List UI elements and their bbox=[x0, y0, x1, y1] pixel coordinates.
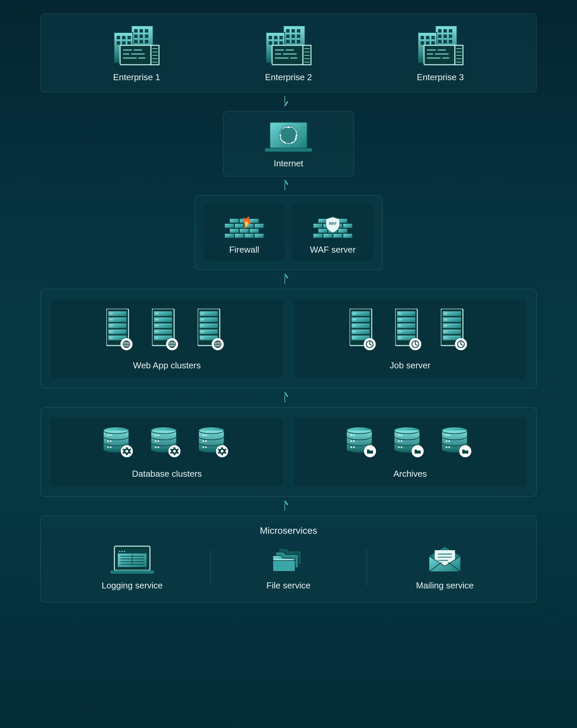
database-clusters-label: Database clusters bbox=[132, 469, 202, 479]
job-server-icon bbox=[441, 309, 471, 352]
internet-panel: Internet bbox=[223, 111, 354, 177]
enterprise-icon bbox=[108, 26, 165, 66]
archives-label: Archives bbox=[393, 469, 427, 479]
firewall-label: Firewall bbox=[229, 244, 259, 255]
archive-db-icon bbox=[346, 427, 379, 461]
web-server-icon bbox=[152, 309, 182, 352]
waf-label: WAF server bbox=[310, 244, 356, 255]
internet-laptop-globe-icon bbox=[265, 120, 312, 152]
enterprise-icon bbox=[260, 26, 317, 66]
file-folders-icon bbox=[270, 545, 307, 575]
microservices-title: Microservices bbox=[260, 525, 317, 536]
arrow-up-icon bbox=[285, 500, 292, 512]
waf-node: WAF server bbox=[292, 204, 373, 261]
enterprise-3: Enterprise 3 bbox=[412, 26, 469, 82]
archive-db-icon bbox=[442, 427, 474, 461]
arrow-up-icon bbox=[285, 274, 292, 285]
mailing-label: Mailing service bbox=[416, 580, 474, 591]
logging-label: Logging service bbox=[102, 580, 163, 591]
logging-service: Logging service bbox=[54, 545, 210, 591]
arrow-security-to-internet bbox=[285, 177, 292, 195]
enterprise-1-label: Enterprise 1 bbox=[113, 72, 160, 82]
internet-label: Internet bbox=[274, 158, 303, 169]
mailing-service: Mailing service bbox=[367, 545, 523, 591]
app-tier-panel: Web App clusters Job server bbox=[40, 289, 537, 389]
enterprise-2: Enterprise 2 bbox=[260, 26, 317, 82]
job-server-icon bbox=[395, 309, 425, 352]
firewall-node: Firewall bbox=[204, 204, 285, 261]
file-service: File service bbox=[210, 545, 367, 591]
database-icon bbox=[151, 427, 183, 461]
firewall-icon bbox=[224, 212, 264, 240]
job-server: Job server bbox=[294, 299, 526, 378]
job-server-icon bbox=[349, 309, 380, 352]
database-clusters: Database clusters bbox=[51, 418, 283, 487]
web-app-clusters: Web App clusters bbox=[51, 299, 283, 378]
db-tier-panel: Database clusters Archives bbox=[40, 407, 537, 497]
file-label: File service bbox=[266, 580, 310, 591]
waf-shield-icon bbox=[313, 212, 353, 240]
arrow-up-icon bbox=[285, 392, 292, 404]
enterprise-icon bbox=[412, 26, 469, 66]
database-icon bbox=[199, 427, 231, 461]
archives: Archives bbox=[294, 418, 526, 487]
web-app-label: Web App clusters bbox=[133, 360, 201, 371]
job-server-label: Job server bbox=[390, 360, 430, 371]
mail-envelope-icon bbox=[426, 545, 463, 575]
arrow-micro-to-db bbox=[285, 497, 292, 516]
arrow-up-icon bbox=[285, 180, 292, 191]
enterprise-2-label: Enterprise 2 bbox=[265, 72, 312, 82]
security-panel: Firewall WAF server bbox=[194, 195, 383, 270]
architecture-diagram: Enterprise 1 Enterprise 2 Enterprise 3 I… bbox=[0, 0, 577, 623]
database-icon bbox=[103, 427, 135, 461]
arrow-db-to-app bbox=[285, 389, 292, 407]
arrow-app-to-security bbox=[285, 270, 292, 289]
microservices-panel: Microservices Logging service File servi… bbox=[40, 516, 537, 602]
web-server-icon bbox=[198, 309, 228, 352]
arrow-down-icon bbox=[285, 96, 292, 107]
enterprise-1: Enterprise 1 bbox=[108, 26, 165, 82]
arrow-enterprises-to-internet bbox=[285, 92, 292, 111]
enterprise-3-label: Enterprise 3 bbox=[417, 72, 464, 82]
web-server-icon bbox=[106, 309, 136, 352]
logging-laptop-icon bbox=[110, 545, 154, 575]
archive-db-icon bbox=[394, 427, 426, 461]
enterprises-panel: Enterprise 1 Enterprise 2 Enterprise 3 bbox=[40, 14, 537, 92]
